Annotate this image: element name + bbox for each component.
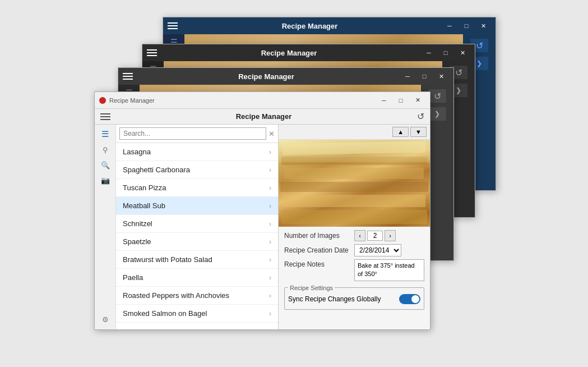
app-name-small: Recipe Manager <box>109 97 155 104</box>
arrow-icon-3: › <box>269 202 271 210</box>
recipe-item-paella[interactable]: Paella › <box>116 269 278 287</box>
maximize-btn-4[interactable]: □ <box>393 95 409 106</box>
recipe-item-salmon[interactable]: Smoked Salmon on Bagel › <box>116 305 278 323</box>
recipe-image <box>279 140 430 227</box>
hamburger-menu-2[interactable] <box>147 49 157 56</box>
sync-label: Sync Recipe Changes Globally <box>288 295 399 303</box>
arrow-icon-0: › <box>269 148 271 156</box>
window-title-3: Recipe Manager <box>133 72 400 81</box>
num-images-dec-btn[interactable]: ‹ <box>354 230 365 241</box>
nav-icon-2[interactable]: ⚲ <box>103 146 108 154</box>
recipe-item-lasagna[interactable]: Lasagna › <box>116 143 278 161</box>
recipe-settings-section: Recipe Settings Sync Recipe Changes Glob… <box>284 285 424 310</box>
minimize-btn-3[interactable]: ─ <box>400 71 415 82</box>
arrow-icon-8: › <box>269 292 271 300</box>
refresh-icon-4[interactable]: ↺ <box>417 111 424 122</box>
detail-nav: ▲ ▼ <box>279 125 430 140</box>
maximize-btn-1[interactable]: □ <box>459 20 474 31</box>
search-input[interactable] <box>119 127 266 140</box>
window-title-2: Recipe Manager <box>157 49 421 57</box>
detail-panel: ▲ ▼ <box>279 125 430 329</box>
arrow-icon-4: › <box>269 220 271 228</box>
recipe-item-bratwurst[interactable]: Bratwurst with Potato Salad › <box>116 251 278 269</box>
chevron-down-icon-3[interactable]: ❯ <box>428 107 446 121</box>
settings-row: Sync Recipe Changes Globally <box>288 292 420 306</box>
maximize-btn-2[interactable]: □ <box>438 47 453 58</box>
main-title: Recipe Manager <box>110 112 417 121</box>
notes-label: Recipe Notes <box>284 259 354 268</box>
arrow-icon-5: › <box>269 238 271 246</box>
sync-toggle[interactable] <box>399 294 420 304</box>
recipe-name-schnitzel: Schnitzel <box>123 219 269 228</box>
hamburger-menu-4[interactable] <box>100 113 110 120</box>
recipe-name-lasagna: Lasagna <box>123 148 269 156</box>
recipe-name-peppers: Roasted Peppers with Anchovies <box>123 291 269 300</box>
arrow-icon-2: › <box>269 184 271 192</box>
arrow-icon-10: › <box>269 328 271 329</box>
arrow-icon-1: › <box>269 166 271 174</box>
recipe-item-beans[interactable]: Baked Beans with Bacon › <box>116 323 278 329</box>
field-creation-date: Recipe Creation Date 2/28/2014 <box>284 244 424 256</box>
refresh-icon-3[interactable]: ↺ <box>428 89 446 103</box>
notes-value[interactable]: Bake at 375° instead of 350° <box>354 259 424 281</box>
recipe-item-spaghetti[interactable]: Spaghetti Carbonara › <box>116 161 278 179</box>
nav-icon-1[interactable]: ☰ <box>101 129 109 139</box>
sync-toggle-knob <box>411 295 419 303</box>
nav-up-btn[interactable]: ▲ <box>392 127 409 137</box>
search-clear-icon[interactable]: ✕ <box>268 130 275 138</box>
recipe-name-paella: Paella <box>123 273 269 282</box>
search-bar: ✕ <box>116 125 278 143</box>
recipe-item-meatball[interactable]: Meatball Sub › <box>116 197 278 215</box>
recipe-list: ✕ Lasagna › Spaghetti Carbonara › Tuscan… <box>116 125 279 329</box>
field-notes: Recipe Notes Bake at 375° instead of 350… <box>284 259 424 281</box>
nav-icon-3[interactable]: 🔍 <box>101 161 110 169</box>
titlebar-2: Recipe Manager ─ □ ✕ <box>142 44 475 61</box>
close-btn-4[interactable]: ✕ <box>410 95 425 106</box>
titlebar-4: Recipe Manager ─ □ ✕ <box>95 92 430 109</box>
window-title-1: Recipe Manager <box>178 22 442 30</box>
recipe-item-pizza[interactable]: Tuscan Pizza › <box>116 179 278 197</box>
titlebar-1: Recipe Manager ─ □ ✕ <box>163 17 496 34</box>
nav-icon-5[interactable]: ⚙ <box>102 315 109 324</box>
settings-legend: Recipe Settings <box>288 285 335 291</box>
window-controls-2: ─ □ ✕ <box>421 47 470 58</box>
sidebar-4: ☰ ⚲ 🔍 📷 ⚙ <box>95 125 116 329</box>
minimize-btn-1[interactable]: ─ <box>442 20 457 31</box>
minimize-btn-4[interactable]: ─ <box>376 95 392 106</box>
recipe-name-salmon: Smoked Salmon on Bagel <box>123 309 269 318</box>
recipe-name-spaghetti: Spaghetti Carbonara <box>123 166 269 174</box>
body: ☰ ⚲ 🔍 📷 ⚙ ✕ Lasagna › Spaghetti Carbonar… <box>95 125 430 329</box>
arrow-icon-6: › <box>269 256 271 264</box>
recipe-name-pizza: Tuscan Pizza <box>123 184 269 192</box>
num-images-value: 2 <box>367 231 383 241</box>
arrow-icon-9: › <box>269 310 271 318</box>
titlebar-3: Recipe Manager ─ □ ✕ <box>118 68 453 85</box>
window-controls-4: ─ □ ✕ <box>376 95 425 106</box>
num-images-control: ‹ 2 › <box>354 230 396 241</box>
maximize-btn-3[interactable]: □ <box>416 71 432 82</box>
creation-date-select[interactable]: 2/28/2014 <box>354 244 401 256</box>
recipe-list-scroll[interactable]: Lasagna › Spaghetti Carbonara › Tuscan P… <box>116 143 278 329</box>
nav-icon-4[interactable]: 📷 <box>101 176 110 185</box>
field-num-images: Number of Images ‹ 2 › <box>284 230 424 241</box>
title-left: Recipe Manager <box>99 97 155 104</box>
recipe-name-bratwurst: Bratwurst with Potato Salad <box>123 255 269 264</box>
recipe-name-beans: Baked Beans with Bacon <box>123 327 269 329</box>
nav-down-btn[interactable]: ▼ <box>410 127 427 137</box>
num-images-label: Number of Images <box>284 232 354 240</box>
minimize-btn-2[interactable]: ─ <box>421 47 437 58</box>
close-btn-3[interactable]: ✕ <box>433 71 449 82</box>
num-images-inc-btn[interactable]: › <box>385 230 396 241</box>
close-btn-1[interactable]: ✕ <box>475 20 491 31</box>
window-4: Recipe Manager ─ □ ✕ Recipe Manager ↺ ☰ … <box>94 91 430 330</box>
recipe-item-schnitzel[interactable]: Schnitzel › <box>116 215 278 233</box>
recipe-item-spaetzle[interactable]: Spaetzle › <box>116 233 278 251</box>
hamburger-menu-3[interactable] <box>123 73 133 80</box>
main-toolbar: Recipe Manager ↺ <box>95 109 430 125</box>
recipe-name-meatball: Meatball Sub <box>123 201 269 210</box>
recipe-item-peppers[interactable]: Roasted Peppers with Anchovies › <box>116 287 278 305</box>
detail-fields: Number of Images ‹ 2 › Recipe Creation D… <box>279 227 430 329</box>
close-btn-2[interactable]: ✕ <box>455 47 470 58</box>
window-controls-3: ─ □ ✕ <box>400 71 449 82</box>
hamburger-menu-1[interactable] <box>168 22 178 29</box>
